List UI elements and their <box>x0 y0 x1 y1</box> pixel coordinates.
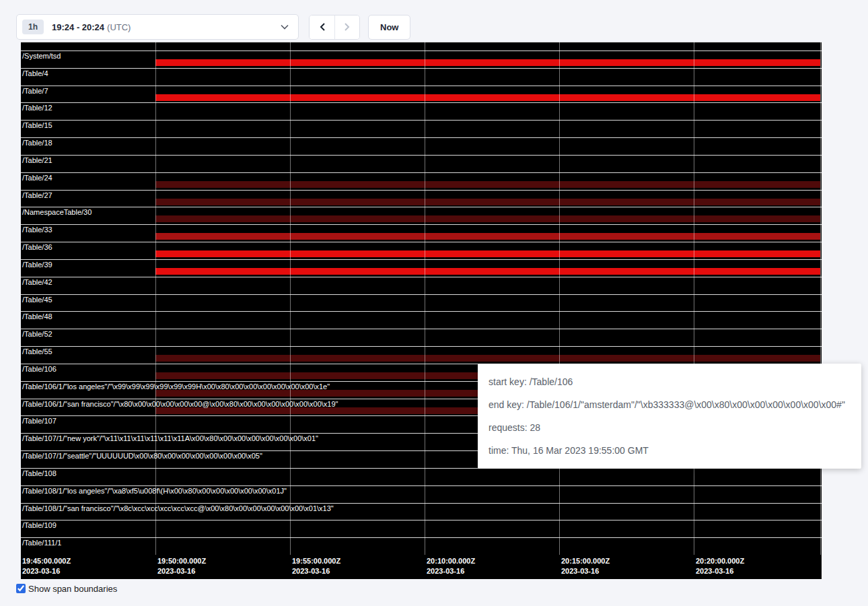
span-label: /Table/24 <box>22 174 52 182</box>
key-visualizer-canvas[interactable]: /System/tsd/Table/4/Table/7/Table/12/Tab… <box>21 42 822 579</box>
span-label: /Table/48 <box>22 312 52 321</box>
time-gridline <box>820 42 821 555</box>
span-label: /Table/106 <box>22 365 57 373</box>
heat-band <box>155 233 820 240</box>
time-gridline <box>155 42 156 555</box>
span-label: /Table/18 <box>22 139 52 147</box>
hover-tooltip: start key: /Table/106 end key: /Table/10… <box>478 364 861 469</box>
span-row[interactable]: /Table/108 <box>21 468 822 485</box>
span-row[interactable]: /Table/36 <box>21 242 822 259</box>
time-axis: 19:45:00.000Z2023-03-1619:50:00.000Z2023… <box>21 555 822 575</box>
span-label: /Table/107/1/"seattle"/"UUUUUUD\x00\x80\… <box>22 452 262 460</box>
tooltip-time: time: Thu, 16 Mar 2023 19:55:00 GMT <box>489 439 851 462</box>
span-row[interactable]: /Table/111/1 <box>21 537 822 555</box>
time-label: 20:10:00.000Z2023-03-16 <box>427 556 475 576</box>
span-row[interactable]: /Table/7 <box>21 86 822 103</box>
span-label: /Table/27 <box>22 191 52 199</box>
time-gridline <box>425 42 425 555</box>
span-row[interactable]: /System/tsd <box>21 50 822 68</box>
span-label: /Table/55 <box>22 347 52 356</box>
time-range-selector[interactable]: 1h 19:24 - 20:24 (UTC) <box>16 14 299 40</box>
span-label: /Table/12 <box>22 104 52 112</box>
toolbar: 1h 19:24 - 20:24 (UTC) Now <box>16 14 410 40</box>
span-row[interactable]: /Table/18 <box>21 137 822 155</box>
heat-band <box>155 94 820 101</box>
span-row[interactable]: /Table/24 <box>21 172 822 190</box>
span-row[interactable]: /Table/42 <box>21 277 822 294</box>
span-label: /Table/106/1/"los angeles"/"\x99\x99\x99… <box>22 382 330 391</box>
span-label: /Table/109 <box>22 521 57 529</box>
range-text: 19:24 - 20:24 <box>52 22 104 32</box>
span-row[interactable]: /Table/108/1/"los angeles"/"\xa8\xf5\u00… <box>21 485 822 503</box>
span-row[interactable]: /Table/48 <box>21 311 822 329</box>
heat-band <box>155 250 820 257</box>
time-label: 19:50:00.000Z2023-03-16 <box>157 556 206 576</box>
span-label: /Table/39 <box>22 261 52 269</box>
show-span-boundaries-label: Show span boundaries <box>28 584 117 595</box>
span-label: /Table/107/1/"new york"/"\x11\x11\x11\x1… <box>22 434 318 442</box>
next-range-button[interactable] <box>334 15 359 39</box>
now-button[interactable]: Now <box>368 15 410 40</box>
span-label: /Table/7 <box>22 87 48 95</box>
time-nav-group <box>309 15 360 40</box>
span-row[interactable]: /Table/45 <box>21 294 822 312</box>
span-row[interactable]: /Table/33 <box>21 224 822 242</box>
span-label: /System/tsd <box>22 52 61 60</box>
span-row[interactable]: /Table/27 <box>21 190 822 207</box>
chevron-down-icon <box>281 24 289 30</box>
span-row[interactable]: /Table/4 <box>21 68 822 86</box>
heat-band <box>155 355 820 362</box>
span-label: /Table/15 <box>22 121 52 129</box>
prev-range-button[interactable] <box>310 15 334 39</box>
heat-band <box>155 59 820 66</box>
chevron-right-icon <box>344 22 351 32</box>
span-label: /NamespaceTable/30 <box>22 208 92 216</box>
span-label: /Table/107 <box>22 417 57 425</box>
span-row[interactable]: /Table/15 <box>21 120 822 137</box>
span-row[interactable]: /Table/109 <box>21 520 822 537</box>
span-label: /Table/52 <box>22 330 52 338</box>
heat-band <box>155 181 820 188</box>
tooltip-requests: requests: 28 <box>489 416 851 439</box>
range-timezone: (UTC) <box>107 22 131 32</box>
show-span-boundaries[interactable]: Show span boundaries <box>16 584 117 595</box>
span-row[interactable]: /Table/39 <box>21 259 822 277</box>
heat-band <box>155 215 820 222</box>
time-gridline <box>559 42 560 555</box>
time-gridline <box>290 42 291 555</box>
time-label: 19:55:00.000Z2023-03-16 <box>292 556 340 576</box>
span-label: /Table/33 <box>22 226 52 234</box>
span-label: /Table/108 <box>22 469 57 477</box>
span-label: /Table/42 <box>22 278 52 286</box>
range-preset-badge: 1h <box>22 20 44 34</box>
span-rows: /System/tsd/Table/4/Table/7/Table/12/Tab… <box>21 50 822 555</box>
span-label: /Table/4 <box>22 69 48 77</box>
heat-band <box>155 268 820 275</box>
chevron-left-icon <box>319 22 326 32</box>
span-label: /Table/108/1/"san francisco"/"\x8c\xcc\x… <box>22 504 334 512</box>
heat-band <box>155 199 820 205</box>
span-row[interactable]: /Table/12 <box>21 102 822 120</box>
span-row[interactable]: /Table/108/1/"san francisco"/"\x8c\xcc\x… <box>21 503 822 520</box>
tooltip-start-key: start key: /Table/106 <box>489 370 851 393</box>
span-row[interactable]: /Table/55 <box>21 346 822 364</box>
span-label: /Table/36 <box>22 243 52 251</box>
span-label: /Table/111/1 <box>22 539 61 547</box>
show-span-boundaries-checkbox[interactable] <box>16 584 26 593</box>
span-label: /Table/108/1/"los angeles"/"\xa8\xf5\u00… <box>22 487 287 495</box>
span-label: /Table/45 <box>22 296 52 304</box>
time-label: 20:20:00.000Z2023-03-16 <box>696 556 744 576</box>
time-label: 20:15:00.000Z2023-03-16 <box>561 556 610 576</box>
time-gridline <box>694 42 694 555</box>
span-label: /Table/106/1/"san francisco"/"\x80\x00\x… <box>22 400 338 408</box>
span-row[interactable]: /Table/52 <box>21 329 822 346</box>
time-label: 19:45:00.000Z2023-03-16 <box>22 556 71 576</box>
span-label: /Table/21 <box>22 156 52 164</box>
tooltip-end-key: end key: /Table/106/1/"amsterdam"/"\xb33… <box>489 393 851 416</box>
span-row[interactable]: /Table/21 <box>21 155 822 172</box>
span-row[interactable]: /NamespaceTable/30 <box>21 207 822 224</box>
